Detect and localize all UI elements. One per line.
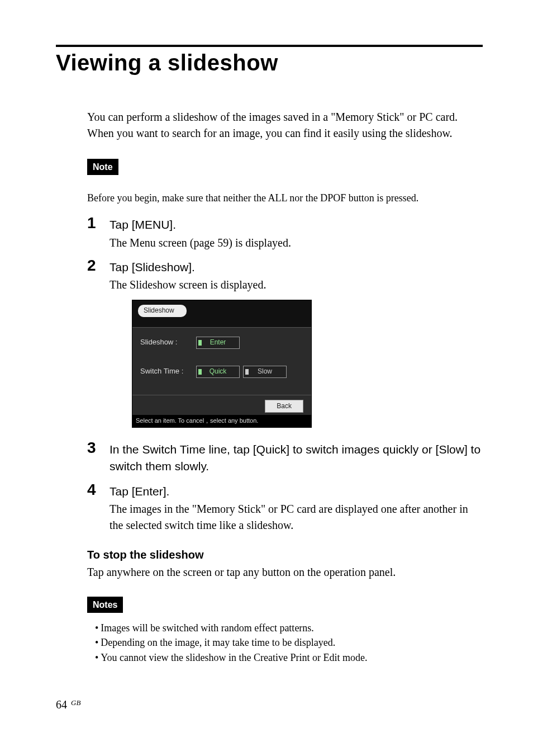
quick-button-label: Quick — [210, 367, 227, 376]
step-body: The Menu screen (page 59) is displayed. — [110, 235, 483, 251]
ui-label-switch-time: Switch Time : — [140, 366, 196, 377]
step-body: The Slideshow screen is displayed. — [110, 277, 483, 293]
step-title: In the Switch Time line, tap [Quick] to … — [110, 441, 483, 475]
step-number: 1 — [87, 212, 96, 235]
enter-button[interactable]: Enter — [196, 337, 240, 349]
back-button[interactable]: Back — [265, 400, 303, 413]
ui-body: Slideshow : Enter Switch Time : Quick Sl… — [132, 328, 311, 395]
ui-footer: Back — [132, 395, 311, 415]
manual-page: Viewing a slideshow You can perform a sl… — [0, 0, 533, 756]
page-region: GB — [71, 698, 80, 707]
step-1: 1 Tap [MENU]. The Menu screen (page 59) … — [87, 216, 483, 251]
stop-slideshow-heading: To stop the slideshow — [87, 547, 483, 563]
notes-badge: Notes — [87, 597, 123, 613]
step-4: 4 Tap [Enter]. The images in the "Memory… — [87, 483, 483, 533]
stop-slideshow-body: Tap anywhere on the screen or tap any bu… — [87, 564, 483, 580]
ui-label-slideshow: Slideshow : — [140, 337, 196, 348]
enter-button-label: Enter — [210, 338, 226, 347]
slideshow-ui-mock: Slideshow Slideshow : Enter Switch Time … — [132, 300, 312, 428]
steps-list: 1 Tap [MENU]. The Menu screen (page 59) … — [87, 216, 483, 533]
ui-hint: Select an item. To cancel，select any but… — [132, 415, 311, 427]
step-title: Tap [MENU]. — [110, 216, 483, 233]
step-title: Tap [Slideshow]. — [110, 259, 483, 276]
step-number: 4 — [87, 479, 96, 502]
step-number: 2 — [87, 254, 96, 277]
step-body: The images in the "Memory Stick" or PC c… — [110, 501, 483, 533]
tick-icon — [198, 369, 202, 375]
body-block: You can perform a slideshow of the image… — [87, 109, 483, 665]
notes-list: Images will be switched with random effe… — [95, 621, 483, 664]
heading-rule — [56, 45, 483, 47]
step-2: 2 Tap [Slideshow]. The Slideshow screen … — [87, 259, 483, 428]
quick-button[interactable]: Quick — [196, 366, 240, 378]
intro-paragraph: You can perform a slideshow of the image… — [87, 109, 483, 141]
note-bullet: Depending on the image, it may take time… — [95, 635, 483, 650]
note-bullet: You cannot view the slideshow in the Cre… — [95, 650, 483, 665]
step-title: Tap [Enter]. — [110, 483, 483, 500]
note-bullet: Images will be switched with random effe… — [95, 621, 483, 635]
ui-row-switch-time: Switch Time : Quick Slow — [140, 366, 303, 378]
slow-button[interactable]: Slow — [243, 366, 287, 378]
page-title: Viewing a slideshow — [56, 50, 483, 75]
slow-button-label: Slow — [258, 367, 272, 376]
page-number: 64 GB — [56, 698, 80, 711]
note-text: Before you begin, make sure that neither… — [87, 191, 483, 205]
step-number: 3 — [87, 437, 96, 460]
slideshow-tab[interactable]: Slideshow — [138, 305, 187, 316]
note-badge: Note — [87, 159, 118, 175]
ui-header: Slideshow — [132, 300, 311, 327]
tick-icon — [245, 369, 249, 375]
step-3: 3 In the Switch Time line, tap [Quick] t… — [87, 441, 483, 475]
ui-row-slideshow: Slideshow : Enter — [140, 337, 303, 349]
tick-icon — [198, 340, 202, 346]
page-number-value: 64 — [56, 698, 67, 711]
